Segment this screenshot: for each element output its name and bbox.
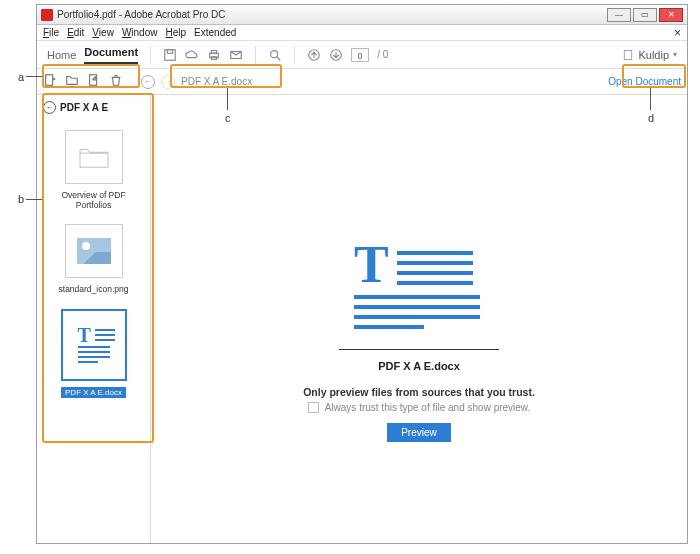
callout-label-b: b [18,193,24,205]
portfolio-action-group [43,73,123,91]
file-preview-icon: T [354,247,484,329]
account-menu[interactable]: Kuldip ▾ [622,49,677,61]
sidebar-back-icon[interactable]: ← [43,101,56,114]
content-area: ← PDF X A E Overview of PDF Portfolios s… [37,95,687,543]
folder-icon [77,142,111,172]
window-title: Portfolio4.pdf - Adobe Acrobat Pro DC [57,9,225,20]
svg-rect-11 [46,74,53,85]
sidebar-title: PDF X A E [60,102,108,113]
svg-rect-10 [625,50,633,59]
maximize-button[interactable]: ▭ [633,8,657,22]
menubar: File Edit View Window Help Extended × [37,25,687,41]
pdf-app-icon [41,9,53,21]
mail-icon[interactable] [229,48,243,62]
preview-pane: T PDF X A E.docx Only preview files from… [151,95,687,543]
trust-warning: Only preview files from sources that you… [303,386,535,398]
titlebar: Portfolio4.pdf - Adobe Acrobat Pro DC — … [37,5,687,25]
list-item[interactable]: standard_icon.png [43,224,144,294]
list-item[interactable]: Overview of PDF Portfolios [43,130,144,210]
item-label: standard_icon.png [59,284,129,294]
menu-window[interactable]: Window [122,27,158,38]
cloud-icon[interactable] [185,48,199,62]
callout-line [26,199,42,200]
extract-icon[interactable] [87,73,101,91]
docx-icon: T [72,319,116,371]
save-icon[interactable] [163,48,177,62]
item-label: Overview of PDF Portfolios [43,190,144,210]
preview-button[interactable]: Preview [387,423,451,442]
callout-label-a: a [18,71,24,83]
svg-rect-0 [165,49,176,60]
image-icon [77,238,111,264]
menu-file[interactable]: File [43,27,59,38]
nav-document[interactable]: Document [84,46,138,64]
page-up-icon[interactable] [307,48,321,62]
svg-line-7 [277,56,281,60]
menu-view[interactable]: View [92,27,114,38]
doc-close-icon[interactable]: × [674,26,681,40]
account-name: Kuldip [638,49,669,61]
minimize-button[interactable]: — [607,8,631,22]
portfolio-sidebar: ← PDF X A E Overview of PDF Portfolios s… [37,95,151,543]
menu-edit[interactable]: Edit [67,27,84,38]
callout-line [650,88,651,110]
add-folder-icon[interactable] [65,73,79,91]
preview-filename: PDF X A E.docx [378,360,460,372]
always-trust-row[interactable]: Always trust this type of file and show … [308,402,531,413]
primary-toolbar: Home Document 0 / 0 Kuldip ▾ [37,41,687,69]
callout-label-d: d [648,112,654,124]
add-file-icon[interactable] [43,73,57,91]
callout-line [26,76,42,77]
breadcrumb: ← → PDF X A E.docx [141,75,252,89]
trust-checkbox[interactable] [308,402,319,413]
page-number-input[interactable]: 0 [351,48,369,62]
list-item[interactable]: T PDF X A E.docx [43,309,144,399]
nav-forward-icon[interactable]: → [161,75,175,89]
secondary-toolbar: ← → PDF X A E.docx Open Document [37,69,687,95]
always-trust-label: Always trust this type of file and show … [325,402,531,413]
menu-extended[interactable]: Extended [194,27,236,38]
callout-label-c: c [225,112,231,124]
item-label: PDF X A E.docx [61,387,126,399]
divider [339,349,499,350]
breadcrumb-filename: PDF X A E.docx [181,76,252,87]
close-button[interactable]: ✕ [659,8,683,22]
sidebar-header: ← PDF X A E [37,99,150,120]
svg-point-6 [271,50,278,57]
search-icon[interactable] [268,48,282,62]
chevron-down-icon: ▾ [673,50,677,59]
menu-help[interactable]: Help [165,27,186,38]
page-total: / 0 [377,49,388,60]
nav-home[interactable]: Home [47,49,76,61]
app-window: Portfolio4.pdf - Adobe Acrobat Pro DC — … [36,4,688,544]
page-down-icon[interactable] [329,48,343,62]
nav-back-icon[interactable]: ← [141,75,155,89]
delete-icon[interactable] [109,73,123,91]
window-controls: — ▭ ✕ [605,8,683,22]
svg-rect-3 [212,50,217,53]
print-icon[interactable] [207,48,221,62]
svg-rect-1 [168,49,173,53]
open-document-link[interactable]: Open Document [608,76,681,87]
callout-line [227,88,228,110]
